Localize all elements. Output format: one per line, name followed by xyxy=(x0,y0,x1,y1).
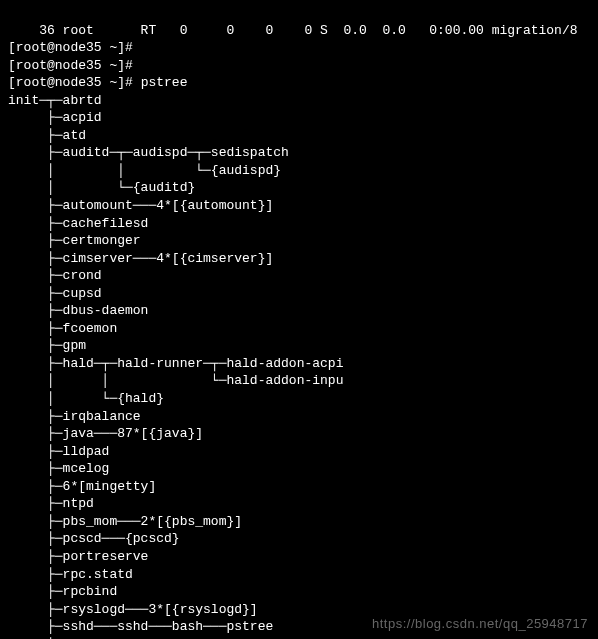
pstree-line: ├─portreserve xyxy=(8,549,148,564)
watermark-text: https://blog.csdn.net/qq_25948717 xyxy=(372,615,588,633)
process-line: 36 root RT 0 0 0 0 S 0.0 0.0 0:00.00 mig… xyxy=(8,23,578,38)
pstree-line: ├─crond xyxy=(8,268,102,283)
shell-prompt: [root@node35 ~]# xyxy=(8,75,141,90)
pstree-line: init─┬─abrtd xyxy=(8,93,102,108)
pstree-line: ├─rpc.statd xyxy=(8,567,133,582)
pstree-line: ├─fcoemon xyxy=(8,321,117,336)
pstree-line: ├─automount───4*[{automount}] xyxy=(8,198,273,213)
pstree-line: ├─cupsd xyxy=(8,286,102,301)
terminal-output[interactable]: 36 root RT 0 0 0 0 S 0.0 0.0 0:00.00 mig… xyxy=(8,4,590,639)
pstree-line: ├─irqbalance xyxy=(8,409,141,424)
pstree-line: ├─pbs_mom───2*[{pbs_mom}] xyxy=(8,514,242,529)
pstree-line: ├─hald─┬─hald-runner─┬─hald-addon-acpi xyxy=(8,356,343,371)
pstree-line: ├─auditd─┬─audispd─┬─sedispatch xyxy=(8,145,289,160)
pstree-line: ├─ntpd xyxy=(8,496,94,511)
pstree-line: │ └─{auditd} xyxy=(8,180,195,195)
pstree-line: ├─certmonger xyxy=(8,233,141,248)
pstree-line: │ │ └─{audispd} xyxy=(8,163,281,178)
shell-prompt: [root@node35 ~]# xyxy=(8,40,141,55)
pstree-line: ├─java───87*[{java}] xyxy=(8,426,203,441)
pstree-line: ├─dbus-daemon xyxy=(8,303,148,318)
pstree-line: ├─atd xyxy=(8,128,86,143)
pstree-line: ├─pcscd───{pcscd} xyxy=(8,531,180,546)
command-text: pstree xyxy=(141,75,188,90)
pstree-line: ├─rsyslogd───3*[{rsyslogd}] xyxy=(8,602,258,617)
pstree-line: │ │ └─hald-addon-inpu xyxy=(8,373,343,388)
pstree-line: ├─cachefilesd xyxy=(8,216,148,231)
pstree-line: ├─sshd───sshd───bash───pstree xyxy=(8,619,273,634)
shell-prompt: [root@node35 ~]# xyxy=(8,58,141,73)
pstree-line: ├─6*[mingetty] xyxy=(8,479,156,494)
pstree-line: ├─mcelog xyxy=(8,461,109,476)
pstree-line: ├─cimserver───4*[{cimserver}] xyxy=(8,251,273,266)
pstree-line: ├─lldpad xyxy=(8,444,109,459)
pstree-line: ├─acpid xyxy=(8,110,102,125)
pstree-line: ├─gpm xyxy=(8,338,86,353)
pstree-line: ├─rpcbind xyxy=(8,584,117,599)
pstree-line: │ └─{hald} xyxy=(8,391,164,406)
